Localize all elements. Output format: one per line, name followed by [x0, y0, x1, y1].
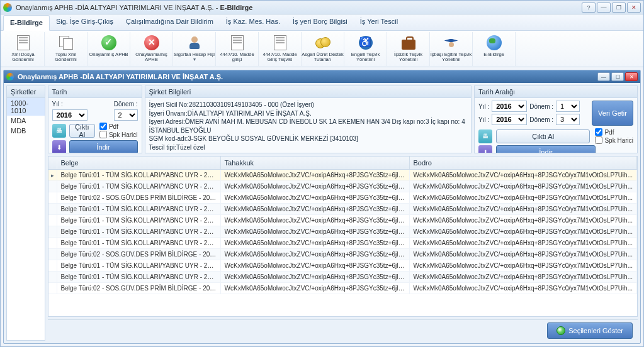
cell-tahakkuk: WcKxMk0A65oMolwocJtxZVC/+oxipA6Hxq+8PJSG…	[221, 226, 410, 237]
help-button[interactable]: ?	[582, 3, 596, 13]
menu-item-4[interactable]: İş yeri Borç Bilgisi	[286, 14, 354, 30]
company-item[interactable]: 1000-1010	[7, 98, 45, 116]
table-row[interactable]: Belge Türü:01 - TÜM SİG.KOLLARI/YABNC UY…	[48, 260, 637, 272]
table-row[interactable]: ▸Belge Türü:01 - TÜM SİG.KOLLARI/YABNC U…	[48, 170, 637, 181]
toolbar-icon	[57, 35, 75, 51]
app-logo-icon	[3, 3, 12, 12]
cell-tahakkuk: WcKxMk0A65oMolwocJtxZVC/+oxipA6Hxq+8PJSG…	[221, 204, 410, 214]
sirket-bilgileri-panel: Şirket Bilgileri İşyeri Sicil No:2821103…	[145, 85, 472, 153]
toolbar-label: E-Bildirge	[483, 52, 504, 57]
toolbar-btn-8[interactable]: ♿Engelli Teşvik Yönetimi	[344, 32, 387, 66]
aralik-pdf-row[interactable]: Pdf	[595, 128, 633, 136]
minimize-button[interactable]: —	[597, 3, 611, 13]
table-row[interactable]: Belge Türü:01 - TÜM SİG.KOLLARI/YABNC UY…	[48, 204, 637, 215]
aralik-spk-checkbox[interactable]	[595, 136, 602, 144]
toolbar-btn-0[interactable]: Xml Dosya Gönderimi	[2, 32, 45, 66]
cell-belge: Belge Türü:02 - SOS.GÜV.DES PRİM BİLDİRG…	[57, 249, 221, 260]
toolbar-btn-9[interactable]: İşsizlik Teşvik Yönetimi	[387, 32, 430, 66]
menu-item-0[interactable]: E-Bildirge	[3, 15, 50, 31]
sirket-info-line: Vergi Kimlik No:2950463856	[149, 151, 467, 153]
aralik-yil1-select[interactable]: 2016	[492, 101, 527, 112]
toolbar-btn-10[interactable]: İşbaşı Eğitim Teşvik Yönetimi	[430, 32, 473, 66]
menu-item-3[interactable]: İş Kaz. Mes. Has.	[220, 14, 286, 30]
toolbar-icon	[314, 35, 332, 51]
table-row[interactable]: Belge Türü:01 - TÜM SİG.KOLLARI/YABNC UY…	[48, 238, 637, 249]
aralik-print-icon: 🖶	[478, 129, 492, 143]
companies-list[interactable]: 1000-1010MDAMDB	[7, 98, 45, 340]
table-row[interactable]: Belge Türü:01 - TÜM SİG.KOLLARI/YABNC UY…	[48, 226, 637, 238]
secilenleri-goster-button[interactable]: Seçilenleri Göster	[547, 322, 633, 339]
table-row[interactable]: Belge Türü:02 - SOS.GÜV.DES PRİM BİLDİRG…	[48, 249, 637, 260]
toolbar-label: İşsizlik Teşvik Yönetimi	[387, 52, 429, 63]
toolbar-label: Onaylanmamış APHB	[130, 52, 172, 63]
table-row[interactable]: Belge Türü:02 - SOS.GÜV.DES PRİM BİLDİRG…	[48, 192, 637, 204]
toolbar-icon	[14, 35, 32, 51]
yil-select[interactable]: 2016	[52, 109, 88, 121]
cell-bodro: WcKxMk0A65oMolwocJtxZVC/+oxipA6Hxq+8PJSG…	[410, 238, 637, 248]
inner-maximize-button[interactable]: ☐	[611, 72, 624, 81]
cikti-al-button[interactable]: Çıktı Al	[69, 124, 95, 138]
aralik-pdf-checkbox[interactable]	[595, 128, 602, 136]
pdf-checkbox[interactable]	[99, 123, 107, 130]
menu-item-2[interactable]: Çalışılmadığına Dair Bildirim	[120, 14, 220, 30]
close-button[interactable]: ✕	[627, 3, 641, 13]
outer-titlebar: Onaylanmış APHB -DİA ALTYAPI YATIRIMLARI…	[1, 1, 643, 14]
veri-getir-button[interactable]: Veri Getir	[592, 101, 633, 126]
sirket-bilgileri-body: İşyeri Sicil No:282110303109149103405 - …	[145, 98, 471, 153]
inner-window-controls: — ☐ ✕	[597, 72, 638, 81]
restore-button[interactable]: ❐	[612, 3, 626, 13]
inner-minimize-button[interactable]: —	[597, 72, 610, 81]
aralik-donem1-select[interactable]: 1	[556, 101, 580, 112]
grid-body[interactable]: ▸Belge Türü:01 - TÜM SİG.KOLLARI/YABNC U…	[48, 170, 637, 316]
toolbar-btn-7[interactable]: Asgari Ücret Destek Tutarları	[302, 32, 344, 66]
table-row[interactable]: Belge Türü:01 - TÜM SİG.KOLLARI/YABNC UY…	[48, 215, 637, 226]
toolbar-btn-5[interactable]: 4447/10. Madde girişi	[216, 32, 259, 66]
toolbar-icon	[443, 35, 460, 51]
cell-tahakkuk: WcKxMk0A65oMolwocJtxZVC/+oxipA6Hxq+8PJSG…	[221, 260, 410, 271]
toolbar-label: Engelli Teşvik Yönetimi	[344, 52, 387, 63]
toolbar-btn-2[interactable]: ✓Onaylanmış APHB	[88, 32, 130, 66]
aralik-donem2-select[interactable]: 3	[556, 114, 580, 125]
sirket-info-line: İşyeri Adresi:ÖMER AVNİ MAH M. MEBUSAN C…	[149, 118, 467, 135]
col-bodro[interactable]: Bodro	[410, 157, 637, 169]
outer-window: Onaylanmış APHB -DİA ALTYAPI YATIRIMLARI…	[0, 0, 644, 347]
toolbar-icon: ♿	[357, 35, 375, 51]
toolbar-btn-6[interactable]: 4447/10. Madde Giriş Teşviki	[259, 32, 302, 66]
toolbar-label: Sigortalı Hesap Fişi ▾	[173, 52, 215, 63]
table-row[interactable]: Belge Türü:02 - SOS.GÜV.DES PRİM BİLDİRG…	[48, 283, 637, 294]
aralik-donem1-label: Dönem :	[529, 103, 553, 110]
menu-item-5[interactable]: İş Yeri Tescil	[354, 14, 404, 30]
indir-button[interactable]: İndir	[69, 140, 138, 153]
toolbar-btn-11[interactable]: E-Bildirge	[473, 32, 516, 66]
toolbar-btn-1[interactable]: Toplu Xml Gönderimi	[45, 32, 88, 66]
table-row[interactable]: Belge Türü:01 - TÜM SİG.KOLLARI/YABNC UY…	[48, 272, 637, 283]
download-icon: ⬇	[52, 140, 66, 153]
toolbar-btn-4[interactable]: Sigortalı Hesap Fişi ▾	[173, 32, 216, 66]
spk-checkbox[interactable]	[99, 131, 107, 138]
col-tahakkuk[interactable]: Tahakkuk	[221, 157, 410, 169]
row-indicator	[48, 181, 57, 192]
table-row[interactable]: Belge Türü:01 - TÜM SİG.KOLLARI/YABNC UY…	[48, 181, 637, 192]
company-item[interactable]: MDA	[7, 116, 45, 126]
footer: Seçilenleri Göster	[48, 319, 638, 341]
cell-belge: Belge Türü:01 - TÜM SİG.KOLLARI/YABNC UY…	[57, 181, 221, 192]
aralik-indir-button[interactable]: İndir	[496, 145, 596, 153]
spk-checkbox-row[interactable]: Spk Harici	[99, 131, 138, 138]
company-item[interactable]: MDB	[7, 126, 45, 136]
pdf-checkbox-row[interactable]: Pdf	[99, 123, 138, 130]
col-belge[interactable]: Belge	[57, 157, 221, 169]
cell-belge: Belge Türü:02 - SOS.GÜV.DES PRİM BİLDİRG…	[57, 283, 221, 294]
row-indicator	[48, 215, 57, 226]
donem-select[interactable]: 2	[114, 109, 138, 121]
toolbar-btn-3[interactable]: ✕Onaylanmamış APHB	[130, 32, 173, 66]
cell-tahakkuk: WcKxMk0A65oMolwocJtxZVC/+oxipA6Hxq+8PJSG…	[221, 192, 410, 203]
inner-close-button[interactable]: ✕	[625, 72, 638, 81]
toolbar-icon	[229, 35, 246, 51]
aralik-cikti-al-button[interactable]: Çıktı Al	[496, 129, 590, 143]
aralik-spk-label: Spk Harici	[604, 137, 633, 144]
menu-item-1[interactable]: Sig. İşe Giriş-Çıkış	[50, 14, 120, 30]
aralik-yil2-select[interactable]: 2016	[492, 114, 527, 125]
grid-panel: Belge Tahakkuk Bodro ▸Belge Türü:01 - TÜ…	[48, 156, 638, 317]
aralik-spk-row[interactable]: Spk Harici	[595, 136, 633, 144]
cell-bodro: WcKxMk0A65oMolwocJtxZVC/+oxipA6Hxq+8PJSG…	[410, 215, 637, 226]
